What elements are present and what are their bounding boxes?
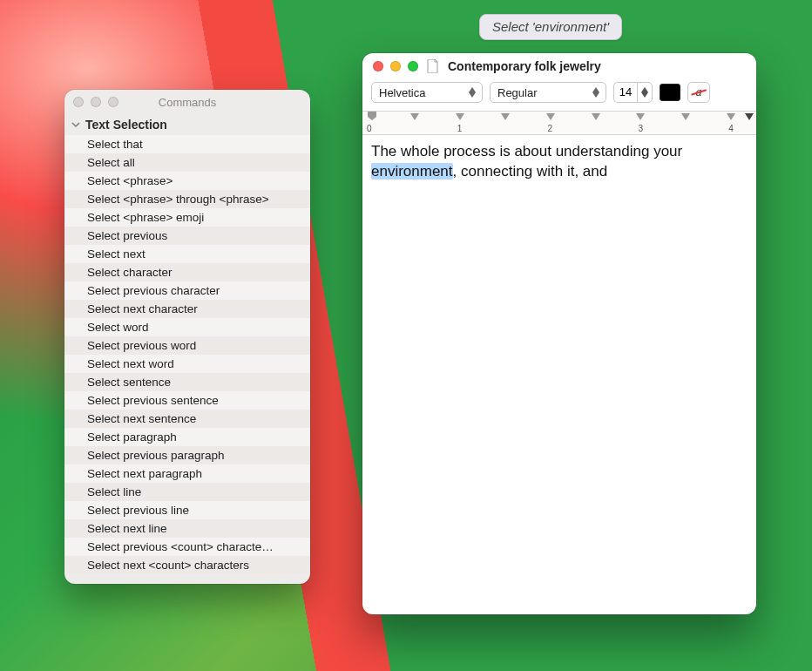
ruler-number: 4 — [728, 124, 734, 133]
document-icon — [427, 59, 439, 73]
command-row[interactable]: Select word — [64, 318, 310, 336]
font-family-popup[interactable]: Helvetica — [371, 82, 483, 103]
command-row[interactable]: Select previous word — [64, 336, 310, 355]
command-row[interactable]: Select <phrase> — [64, 172, 310, 190]
command-row[interactable]: Select next paragraph — [64, 464, 310, 483]
doc-text-after: , connecting with it, and — [453, 163, 608, 180]
command-row[interactable]: Select next <count> characters — [64, 556, 310, 574]
command-row[interactable]: Select next line — [64, 519, 310, 538]
textedit-toolbar: Helvetica Regular 14 a — [362, 79, 756, 111]
command-row[interactable]: Select previous sentence — [64, 391, 310, 410]
ruler-number: 0 — [367, 124, 372, 133]
textedit-titlebar[interactable]: Contemporary folk jewelry — [362, 53, 756, 79]
command-row[interactable]: Select next sentence — [64, 410, 310, 428]
traffic-light-close[interactable] — [373, 61, 383, 71]
traffic-light-minimize[interactable] — [390, 61, 401, 71]
commands-list: Select thatSelect allSelect <phrase>Sele… — [64, 135, 310, 574]
ruler-tab-marker[interactable] — [592, 113, 600, 120]
left-indent-marker[interactable] — [368, 112, 376, 120]
ruler-tab-marker[interactable] — [727, 113, 735, 120]
ruler-tab-marker[interactable] — [410, 113, 419, 120]
font-size-value[interactable]: 14 — [613, 82, 637, 103]
ruler-tab-marker[interactable] — [546, 113, 555, 120]
command-row[interactable]: Select previous character — [64, 281, 310, 300]
traffic-light-zoom[interactable] — [408, 61, 418, 71]
ruler-tab-marker[interactable] — [456, 113, 464, 120]
commands-group-header[interactable]: Text Selection — [64, 114, 310, 135]
command-row[interactable]: Select previous line — [64, 501, 310, 519]
ruler-tab-marker[interactable] — [501, 113, 510, 120]
ruler-number: 1 — [457, 124, 463, 133]
voice-command-tooltip: Select 'environment' — [479, 14, 622, 40]
updown-caret-icon — [592, 87, 600, 98]
doc-text-before: The whole process is about understanding… — [371, 143, 682, 159]
textedit-window-title: Contemporary folk jewelry — [448, 59, 601, 73]
font-size-control[interactable]: 14 — [613, 82, 653, 103]
font-style-value: Regular — [497, 86, 538, 99]
chevron-down-icon — [71, 120, 80, 129]
commands-titlebar[interactable]: Commands — [64, 90, 310, 114]
document-body[interactable]: The whole process is about understanding… — [362, 135, 756, 614]
command-row[interactable]: Select line — [64, 483, 310, 501]
ruler[interactable]: 01234 — [362, 111, 756, 135]
command-row[interactable]: Select paragraph — [64, 428, 310, 446]
ruler-number: 2 — [548, 124, 553, 133]
command-row[interactable]: Select all — [64, 153, 310, 172]
command-row[interactable]: Select <phrase> through <phrase> — [64, 190, 310, 208]
ruler-number: 3 — [638, 124, 643, 133]
command-row[interactable]: Select character — [64, 263, 310, 281]
command-row[interactable]: Select that — [64, 135, 310, 153]
ruler-tab-marker[interactable] — [681, 113, 690, 120]
text-color-swatch[interactable] — [660, 84, 680, 101]
command-row[interactable]: Select previous <count> characte… — [64, 538, 310, 556]
ruler-right-margin-marker[interactable] — [745, 113, 754, 120]
font-style-popup[interactable]: Regular — [490, 82, 606, 103]
command-row[interactable]: Select next word — [64, 355, 310, 373]
commands-group-title: Text Selection — [85, 118, 167, 132]
updown-caret-icon — [468, 87, 477, 98]
command-row[interactable]: Select next character — [64, 300, 310, 318]
doc-text-highlight: environment — [371, 163, 453, 180]
ruler-tab-marker[interactable] — [636, 113, 645, 120]
strikethrough-button[interactable]: a — [687, 82, 710, 103]
command-row[interactable]: Select next — [64, 245, 310, 263]
commands-window: Commands Text Selection Select thatSelec… — [64, 90, 310, 584]
traffic-light-close[interactable] — [73, 97, 84, 107]
traffic-light-minimize[interactable] — [91, 97, 101, 107]
traffic-light-zoom[interactable] — [108, 97, 118, 107]
command-row[interactable]: Select <phrase> emoji — [64, 208, 310, 227]
font-family-value: Helvetica — [379, 86, 425, 99]
textedit-window: Contemporary folk jewelry Helvetica Regu… — [362, 53, 756, 614]
command-row[interactable]: Select previous paragraph — [64, 446, 310, 464]
font-size-stepper[interactable] — [637, 82, 653, 103]
command-row[interactable]: Select sentence — [64, 373, 310, 391]
command-row[interactable]: Select previous — [64, 227, 310, 245]
